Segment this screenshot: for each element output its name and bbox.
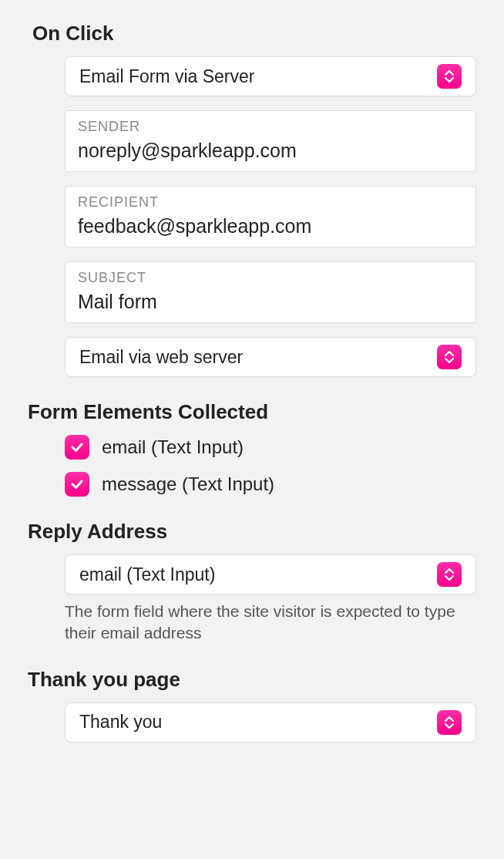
form-elements-heading: Form Elements Collected <box>28 400 476 424</box>
thank-you-section: Thank you page Thank you <box>28 668 476 743</box>
recipient-field[interactable]: RECIPIENT <box>65 186 476 248</box>
on-click-action-value: Email Form via Server <box>79 66 437 87</box>
reply-address-help: The form field where the site visitor is… <box>65 601 476 645</box>
reply-address-section: Reply Address email (Text Input) The for… <box>28 520 476 645</box>
form-element-checkbox-email[interactable] <box>65 435 89 460</box>
form-element-row: message (Text Input) <box>65 472 476 497</box>
on-click-heading: On Click <box>32 22 476 45</box>
updown-icon <box>437 710 462 735</box>
form-element-label: message (Text Input) <box>102 473 274 495</box>
check-icon <box>69 477 85 492</box>
form-element-row: email (Text Input) <box>65 435 476 460</box>
subject-input[interactable] <box>78 291 463 313</box>
thank-you-heading: Thank you page <box>28 668 476 692</box>
form-element-checkbox-message[interactable] <box>65 472 89 497</box>
updown-icon <box>437 64 462 89</box>
recipient-input[interactable] <box>78 215 463 237</box>
reply-address-value: email (Text Input) <box>79 564 437 585</box>
sender-label: SENDER <box>78 119 463 135</box>
email-method-value: Email via web server <box>79 347 437 368</box>
reply-address-select[interactable]: email (Text Input) <box>65 554 476 595</box>
subject-field[interactable]: SUBJECT <box>65 261 476 323</box>
thank-you-select[interactable]: Thank you <box>65 702 476 743</box>
on-click-action-select[interactable]: Email Form via Server <box>65 56 476 96</box>
thank-you-group: Thank you <box>65 702 476 743</box>
sender-input[interactable] <box>78 140 463 162</box>
form-elements-group: email (Text Input) message (Text Input) <box>65 435 476 497</box>
thank-you-value: Thank you <box>79 712 437 733</box>
updown-icon <box>437 345 462 369</box>
email-method-select[interactable]: Email via web server <box>65 337 476 377</box>
on-click-group: Email Form via Server SENDER RECIPIENT S… <box>65 56 476 377</box>
sender-field[interactable]: SENDER <box>65 110 476 172</box>
form-elements-section: Form Elements Collected email (Text Inpu… <box>28 400 476 497</box>
check-icon <box>69 440 85 455</box>
recipient-label: RECIPIENT <box>78 194 463 211</box>
reply-address-group: email (Text Input) The form field where … <box>65 554 476 645</box>
subject-label: SUBJECT <box>78 270 463 286</box>
on-click-section: On Click Email Form via Server SENDER RE… <box>28 22 476 377</box>
reply-address-heading: Reply Address <box>28 520 476 544</box>
updown-icon <box>437 562 462 587</box>
form-element-label: email (Text Input) <box>102 436 244 458</box>
